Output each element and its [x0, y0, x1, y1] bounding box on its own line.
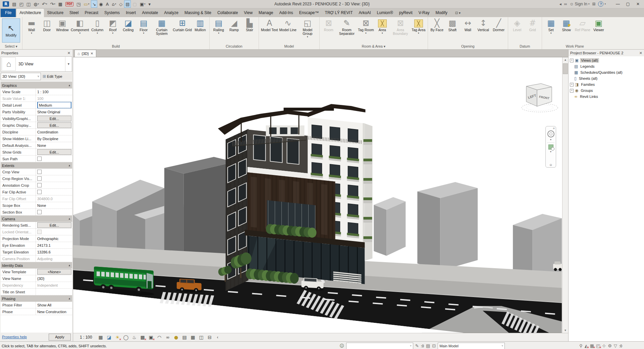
dormer-button[interactable]: ╱Dormer	[491, 18, 506, 43]
scroll-down-icon[interactable]: ▼	[564, 328, 567, 333]
property-value[interactable]: New Construction	[36, 308, 72, 315]
browser-item-sheets-all[interactable]: ▯Sheets (all)	[570, 75, 644, 81]
property-value[interactable]	[36, 169, 72, 175]
visual-style-icon[interactable]: ▦	[98, 334, 104, 341]
expand-icon[interactable]: +	[570, 89, 574, 93]
zoom-options-icon[interactable]: ▼	[550, 151, 552, 153]
tab-insert[interactable]: Insert	[123, 9, 139, 17]
tab-add-ins[interactable]: Add-Ins	[276, 9, 296, 17]
tab-lumion[interactable]: Lumion®	[374, 9, 396, 17]
highlight-displacement-sets-icon[interactable]: ◫	[198, 334, 205, 341]
ribbon-collapse-button[interactable]: ⊡ ▾	[453, 9, 463, 17]
show-grids-button[interactable]: Edit...	[37, 149, 71, 155]
detail-level-combo[interactable]: Medium	[37, 102, 71, 108]
open-file-icon[interactable]: ◰	[18, 0, 25, 8]
by-face-button[interactable]: ╳By Face	[429, 18, 445, 43]
model-line-button[interactable]: ∿Model Line	[279, 18, 297, 43]
aligned-dimension-icon[interactable]: ↘	[91, 0, 97, 8]
view-tab-3d[interactable]: ⌂ {3D} ✕	[74, 50, 96, 57]
section-camera[interactable]: Camera▲	[1, 216, 72, 222]
tab-structure[interactable]: Structure	[44, 9, 66, 17]
tag-pin-icon[interactable]: ◳	[75, 0, 82, 8]
filter-icon[interactable]: ▽	[614, 343, 617, 348]
type-selector[interactable]: ⌂ 3D View ▼	[1, 56, 72, 72]
component-button[interactable]: ◧Component▾	[70, 18, 90, 43]
tab-manage[interactable]: Manage	[256, 9, 276, 17]
browser-item-revit-links[interactable]: ∞Revit Links	[570, 94, 644, 100]
property-value[interactable]	[36, 209, 72, 215]
section-graphics[interactable]: Graphics▲	[1, 82, 72, 89]
show-rendering-dialog-icon[interactable]: ♨	[131, 334, 138, 341]
view-scale-button[interactable]: 1 : 100	[76, 335, 96, 340]
tab-file[interactable]: File	[1, 9, 16, 17]
worksharing-icon[interactable]: ☺	[339, 343, 344, 348]
tab-steel[interactable]: Steel	[66, 9, 82, 17]
print-icon[interactable]: ▦	[57, 0, 64, 8]
tab-architecture[interactable]: Architecture	[16, 9, 44, 17]
close-navbar-icon[interactable]: ⊗	[553, 127, 556, 130]
scroll-thumb[interactable]	[563, 63, 568, 74]
property-value[interactable]: Coordination	[36, 129, 72, 135]
column-button[interactable]: ▯Column▾	[90, 18, 105, 43]
tab-v-ray[interactable]: V-Ray	[416, 9, 433, 17]
tab-precast[interactable]: Precast	[82, 9, 101, 17]
edit-type-button[interactable]: ⊞ Edit Type	[42, 73, 72, 80]
customize-qat-icon[interactable]: ▾	[147, 0, 152, 8]
apply-button[interactable]: Apply	[49, 334, 71, 341]
expand-icon[interactable]: +	[570, 59, 574, 62]
tab-view[interactable]: View	[241, 9, 256, 17]
property-value[interactable]	[36, 229, 72, 235]
show-button[interactable]: ▦●Show	[559, 18, 574, 43]
default-3d-view-icon[interactable]: ⌂▾	[110, 0, 117, 8]
set-button[interactable]: ▦Set▾	[543, 18, 559, 43]
browser-item-views-all[interactable]: +▣Views (all)	[570, 57, 644, 63]
property-value[interactable]: None	[36, 202, 72, 209]
far-clip-active-checkbox[interactable]	[37, 190, 42, 194]
section-extents[interactable]: Extents▲	[1, 162, 72, 169]
property-value[interactable]	[36, 156, 72, 162]
vertical-scrollbar[interactable]: ▲ ▼	[562, 57, 568, 333]
back-icon[interactable]: ◂	[559, 2, 561, 6]
show-crop-region-icon[interactable]: ▣✕	[148, 334, 154, 341]
editing-requests-icon[interactable]: ✎	[415, 343, 419, 348]
browser-item-families[interactable]: +◨Families	[570, 81, 644, 88]
app-store-cart-icon[interactable]: ⊞	[592, 2, 595, 6]
drawing-area[interactable]: LEFT FRONT ▲ ▼ ⊗ ▼ ▼ ⊖	[73, 57, 568, 333]
viewer-button[interactable]: ▣Viewer	[591, 18, 606, 43]
shadows-icon[interactable]: ◯	[123, 334, 129, 341]
property-value[interactable]: 24173.1	[36, 242, 72, 248]
sun-path-checkbox[interactable]	[37, 157, 42, 161]
property-value[interactable]	[36, 289, 72, 295]
wheel-options-icon[interactable]: ▼	[550, 138, 552, 141]
room-separator-button[interactable]: ✎Room Separator	[336, 18, 357, 43]
save-icon[interactable]: ◫	[25, 0, 32, 8]
visibility-graphi-button[interactable]: Edit...	[37, 116, 71, 121]
tab-massing-site[interactable]: Massing & Site	[181, 9, 214, 17]
tab-annotate[interactable]: Annotate	[139, 9, 161, 17]
property-value[interactable]: {3D}	[36, 275, 72, 282]
temporary-view-properties-icon[interactable]: ▤	[181, 334, 188, 341]
crop-view-icon[interactable]: ▩✕	[140, 334, 146, 341]
close-project-browser-icon[interactable]: ✕	[639, 51, 642, 55]
drag-elements-on-selection-icon[interactable]: ◰✕	[596, 343, 600, 348]
curtain-system-button[interactable]: ▦Curtain System	[151, 18, 172, 43]
scroll-up-icon[interactable]: ▲	[564, 57, 567, 62]
floor-button[interactable]: ▤Floor▾	[136, 18, 151, 43]
browser-item-legends[interactable]: ▤Legends	[570, 63, 644, 69]
pdf-export-icon[interactable]: PDF	[64, 0, 75, 8]
text-icon[interactable]: A	[104, 0, 110, 8]
expand-icon[interactable]: +	[570, 83, 574, 86]
new-file-icon[interactable]: ▤	[11, 0, 17, 8]
property-value[interactable]: Edit...	[36, 222, 72, 228]
instance-selector[interactable]: 3D View: {3D}˅	[1, 73, 41, 80]
section-phasing[interactable]: Phasing▲	[1, 295, 72, 302]
tab-analyze[interactable]: Analyze	[161, 9, 181, 17]
property-value[interactable]: Show Original	[36, 109, 72, 115]
close-button[interactable]: ✕	[633, 2, 643, 6]
navigation-bar[interactable]: ⊗ ▼ ▼ ⊖	[545, 126, 556, 168]
browser-item-groups[interactable]: +◉Groups	[570, 88, 644, 94]
restore-button[interactable]: ▢	[623, 2, 633, 6]
browser-item-schedules-quantities-all[interactable]: ▦Schedules/Quantities (all)	[570, 69, 644, 75]
property-value[interactable]	[36, 175, 72, 182]
ceiling-button[interactable]: ◪Ceiling	[120, 18, 136, 43]
